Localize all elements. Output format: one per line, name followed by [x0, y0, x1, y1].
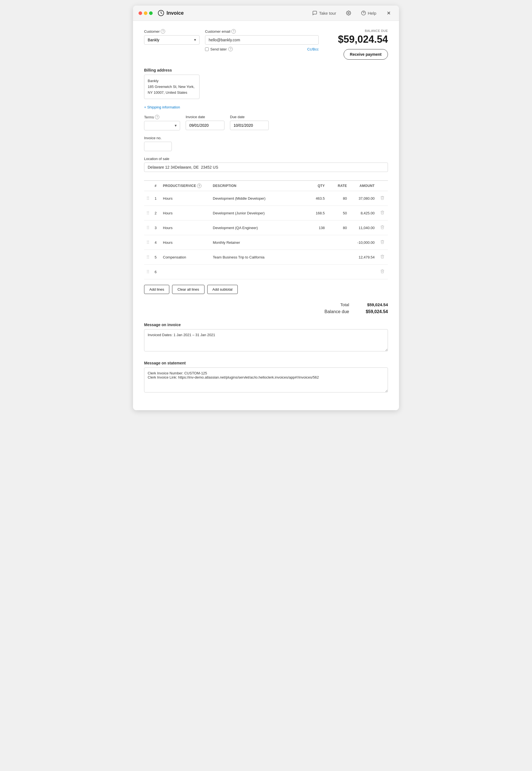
product-cell[interactable]: Hours [161, 221, 211, 235]
send-later-help-icon[interactable]: ? [228, 47, 233, 51]
shipping-link[interactable]: + Shipping information [144, 105, 180, 109]
description-cell[interactable]: Team Business Trip to California [211, 250, 305, 265]
table-body: ⠿ 1 Hours Development (Middle Developer)… [144, 191, 388, 279]
drag-handle[interactable]: ⠿ [144, 221, 152, 235]
product-cell[interactable]: Compensation [161, 250, 211, 265]
balance-due-label: Balance due [316, 309, 349, 314]
balance-section: BALANCE DUE $59,024.54 Receive payment [327, 29, 388, 60]
delete-row-button[interactable] [379, 253, 386, 261]
product-help-icon[interactable]: ? [197, 183, 201, 188]
drag-handle[interactable]: ⠿ [144, 265, 152, 279]
email-label: Customer email ? [205, 29, 319, 34]
message-invoice-textarea[interactable] [144, 329, 388, 351]
maximize-button[interactable] [149, 11, 153, 15]
product-cell[interactable]: Hours [161, 191, 211, 206]
rate-cell[interactable]: 50 [327, 206, 349, 221]
qty-cell[interactable]: 138 [305, 221, 327, 235]
customer-fields: Customer ? Bankly ▼ Customer email [144, 29, 319, 60]
description-cell[interactable]: Monthly Retainer [211, 235, 305, 250]
message-statement-textarea[interactable] [144, 367, 388, 392]
description-cell[interactable]: Development (Junior Developer) [211, 206, 305, 221]
total-row: Total $59,024.54 [316, 302, 388, 307]
table-actions: Add lines Clear all lines Add subtotal [144, 285, 388, 294]
col-qty-header: QTY [305, 181, 327, 191]
clear-all-lines-button[interactable]: Clear all lines [172, 285, 204, 294]
settings-button[interactable] [344, 9, 353, 17]
product-cell[interactable]: Hours [161, 206, 211, 221]
drag-handle[interactable]: ⠿ [144, 191, 152, 206]
drag-handle[interactable]: ⠿ [144, 235, 152, 250]
balance-due-row: Balance due $59,024.54 [316, 309, 388, 314]
customer-select[interactable]: Bankly [144, 35, 199, 45]
drag-handle[interactable]: ⠿ [144, 206, 152, 221]
titlebar-actions: Take tour Help [310, 9, 393, 17]
rate-cell[interactable] [327, 265, 349, 279]
delete-row-button[interactable] [379, 224, 386, 232]
row-number: 2 [152, 206, 161, 221]
close-button[interactable] [139, 11, 142, 15]
traffic-lights [139, 11, 153, 15]
add-lines-button[interactable]: Add lines [144, 285, 169, 294]
due-date-input[interactable] [230, 121, 269, 130]
close-window-button[interactable] [384, 9, 393, 17]
customer-label: Customer ? [144, 29, 199, 34]
rate-cell[interactable]: 80 [327, 191, 349, 206]
terms-select[interactable] [144, 121, 180, 130]
billing-address-line1: Bankly [148, 78, 196, 84]
delete-row-button[interactable] [379, 239, 386, 246]
description-cell[interactable]: Development (Middle Developer) [211, 191, 305, 206]
receive-payment-button[interactable]: Receive payment [344, 49, 388, 60]
description-cell[interactable]: Development (QA Engineer) [211, 221, 305, 235]
terms-help-icon[interactable]: ? [155, 115, 159, 119]
totals-section: Total $59,024.54 Balance due $59,024.54 [144, 302, 388, 314]
take-tour-button[interactable]: Take tour [310, 9, 338, 17]
due-date-label: Due date [230, 115, 269, 119]
location-input[interactable] [144, 162, 388, 172]
product-cell[interactable]: Hours [161, 235, 211, 250]
invoice-table: # PRODUCT/SERVICE ? DESCRIPTION QTY RATE… [144, 180, 388, 279]
help-button[interactable]: Help [359, 9, 378, 17]
titlebar: Invoice Take tour H [133, 6, 399, 21]
qty-cell[interactable]: 168.5 [305, 206, 327, 221]
row-number: 5 [152, 250, 161, 265]
delete-row-button[interactable] [379, 209, 386, 217]
help-label: Help [368, 11, 376, 16]
cc-bcc-link[interactable]: Cc/Bcc [307, 47, 319, 51]
rate-cell[interactable]: 80 [327, 221, 349, 235]
invoice-date-label: Invoice date [186, 115, 224, 119]
terms-field-group: Terms ? ▼ [144, 115, 180, 130]
invoice-date-input[interactable] [186, 121, 224, 130]
description-cell[interactable] [211, 265, 305, 279]
invoice-no-label: Invoice no. [144, 136, 388, 140]
customer-help-icon[interactable]: ? [161, 29, 165, 34]
qty-cell[interactable]: 463.5 [305, 191, 327, 206]
minimize-button[interactable] [144, 11, 147, 15]
delete-row-button[interactable] [379, 195, 386, 202]
invoice-no-section: Invoice no. [144, 136, 388, 151]
invoice-no-input[interactable] [144, 142, 172, 151]
svg-point-1 [348, 12, 349, 14]
rate-cell[interactable] [327, 235, 349, 250]
rate-cell[interactable] [327, 250, 349, 265]
add-subtotal-button[interactable]: Add subtotal [207, 285, 238, 294]
customer-field-group: Customer ? Bankly ▼ [144, 29, 199, 51]
delete-cell [377, 250, 388, 265]
billing-address-line3: NY 10007, United States [148, 90, 196, 96]
total-label: Total [316, 302, 349, 307]
amount-cell [349, 265, 377, 279]
gear-icon [346, 11, 351, 16]
delete-row-button[interactable] [379, 268, 386, 276]
email-help-icon[interactable]: ? [231, 29, 236, 34]
product-cell[interactable] [161, 265, 211, 279]
qty-cell[interactable] [305, 250, 327, 265]
row-number: 1 [152, 191, 161, 206]
qty-cell[interactable] [305, 265, 327, 279]
close-icon [386, 11, 391, 16]
qty-cell[interactable] [305, 235, 327, 250]
invoice-icon [158, 10, 164, 16]
col-del-header [377, 181, 388, 191]
send-later-label[interactable]: Send later ? [205, 47, 233, 51]
drag-handle[interactable]: ⠿ [144, 250, 152, 265]
send-later-checkbox[interactable] [205, 47, 209, 51]
email-input[interactable] [205, 35, 319, 45]
